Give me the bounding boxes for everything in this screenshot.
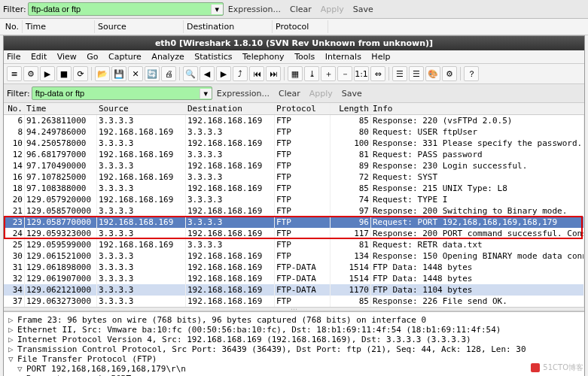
reload-icon[interactable]: 🔄: [145, 66, 160, 81]
auto-scroll-icon[interactable]: ⤓: [304, 66, 319, 81]
packet-row[interactable]: 25129.059599000192.168.168.1693.3.3.3FTP…: [4, 239, 584, 250]
expression-button[interactable]: Expression...: [228, 5, 281, 14]
col-destination[interactable]: Destination: [186, 103, 275, 114]
col-no[interactable]: No.: [4, 103, 25, 114]
collapse-icon[interactable]: ▽: [8, 354, 17, 364]
menu-edit[interactable]: Edit: [31, 52, 47, 62]
col-source[interactable]: Source: [97, 103, 186, 114]
apply-button[interactable]: Apply: [321, 5, 344, 14]
resize-columns-icon[interactable]: ⇔: [370, 66, 385, 81]
display-filter-field[interactable]: ▾: [32, 86, 212, 100]
packet-row[interactable]: 24129.0593230003.3.3.3192.168.168.169FTP…: [4, 228, 584, 239]
tree-ip[interactable]: ▷Internet Protocol Version 4, Src: 192.1…: [8, 335, 580, 344]
packet-row[interactable]: 1094.2505780003.3.3.3192.168.168.169FTP1…: [4, 138, 584, 149]
packet-row[interactable]: 23129.058770000192.168.168.1693.3.3.3FTP…: [4, 217, 584, 228]
col-source: Source: [95, 20, 184, 33]
start-capture-icon[interactable]: ▶: [40, 66, 55, 81]
expand-icon[interactable]: ▷: [8, 335, 17, 344]
filter-label: Filter:: [7, 89, 30, 99]
menu-internals[interactable]: Internals: [325, 52, 361, 62]
expression-button[interactable]: Expression...: [217, 89, 270, 99]
tree-ethernet[interactable]: ▷Ethernet II, Src: Vmware ba:10:fc (00:5…: [8, 325, 580, 335]
dropdown-icon[interactable]: ▾: [211, 5, 223, 14]
packet-row[interactable]: 32129.0619070003.3.3.3192.168.168.169FTP…: [4, 273, 584, 284]
collapse-icon[interactable]: ▽: [17, 364, 26, 374]
open-icon[interactable]: 📂: [95, 66, 110, 81]
restart-capture-icon[interactable]: ⟳: [73, 66, 88, 81]
clear-button[interactable]: Clear: [290, 5, 312, 14]
find-icon[interactable]: 🔍: [183, 66, 198, 81]
toolbar-separator: [179, 67, 180, 80]
expand-icon[interactable]: ▷: [8, 344, 17, 354]
go-back-icon[interactable]: ◀: [200, 66, 215, 81]
go-to-icon[interactable]: ⤴: [233, 66, 248, 81]
outer-filter-field[interactable]: ▾: [28, 2, 224, 16]
packet-list-body[interactable]: 691.2638110003.3.3.3192.168.168.169FTP85…: [4, 115, 584, 307]
save-icon[interactable]: 💾: [111, 66, 126, 81]
packet-row[interactable]: 894.249786000192.168.168.1693.3.3.3FTP80…: [4, 126, 584, 138]
menu-telephony[interactable]: Telephony: [242, 52, 285, 62]
tree-port-line[interactable]: ▽PORT 192,168,168,169,168,179\r\n: [8, 364, 580, 374]
packet-row[interactable]: 34129.0621210003.3.3.3192.168.168.169FTP…: [4, 284, 584, 296]
packet-details[interactable]: ▷Frame 23: 96 bytes on wire (768 bits), …: [4, 311, 584, 376]
col-time: Time: [23, 20, 95, 33]
packet-row[interactable]: 31129.0618980003.3.3.3192.168.168.169FTP…: [4, 262, 584, 273]
packet-row[interactable]: 20129.057920000192.168.168.1693.3.3.3FTP…: [4, 194, 584, 205]
packet-row[interactable]: 30129.0615210003.3.3.3192.168.168.169FTP…: [4, 250, 584, 262]
colorize-icon[interactable]: ▦: [288, 66, 303, 81]
capture-filters-icon[interactable]: ☰: [392, 66, 407, 81]
packet-row[interactable]: 691.2638110003.3.3.3192.168.168.169FTP85…: [4, 115, 584, 126]
menu-help[interactable]: Help: [371, 52, 390, 62]
zoom-reset-icon[interactable]: 1:1: [354, 66, 369, 81]
packet-row[interactable]: 1497.1704900003.3.3.3192.168.168.169FTP8…: [4, 160, 584, 171]
dropdown-icon[interactable]: ▾: [200, 89, 212, 99]
menu-go[interactable]: Go: [87, 52, 98, 62]
packet-list-header: No. Time Source Destination Protocol Len…: [4, 103, 584, 115]
menu-statistics[interactable]: Statistics: [194, 52, 232, 62]
col-info[interactable]: Info: [371, 103, 584, 114]
interfaces-icon[interactable]: ≡: [7, 66, 22, 81]
packet-row[interactable]: 21129.0585700003.3.3.3192.168.168.169FTP…: [4, 205, 584, 217]
zoom-in-icon[interactable]: ＋: [321, 66, 336, 81]
go-first-icon[interactable]: ⏮: [249, 66, 264, 81]
print-icon[interactable]: 🖨: [161, 66, 176, 81]
packet-row[interactable]: 1697.107825000192.168.168.1693.3.3.3FTP7…: [4, 171, 584, 183]
coloring-rules-icon[interactable]: 🎨: [425, 66, 440, 81]
col-length[interactable]: Length: [331, 103, 371, 114]
options-icon[interactable]: ⚙: [23, 66, 38, 81]
apply-button[interactable]: Apply: [309, 89, 333, 99]
outer-column-strip: No. Time Source Destination Protocol: [0, 19, 588, 35]
menu-file[interactable]: File: [7, 52, 20, 62]
save-button[interactable]: Save: [353, 5, 373, 14]
tree-frame[interactable]: ▷Frame 23: 96 bytes on wire (768 bits), …: [8, 315, 580, 325]
display-filter-input[interactable]: [32, 87, 200, 99]
packet-row[interactable]: 1897.1083880003.3.3.3192.168.168.169FTP8…: [4, 183, 584, 194]
menu-analyze[interactable]: Analyze: [151, 52, 184, 62]
go-forward-icon[interactable]: ▶: [216, 66, 231, 81]
wireshark-window: eth0 [Wireshark 1.8.10 (SVN Rev Unknown …: [3, 35, 585, 376]
close-icon[interactable]: ✕: [128, 66, 143, 81]
tree-ftp[interactable]: ▽File Transfer Protocol (FTP): [8, 354, 580, 364]
expand-icon[interactable]: ▷: [8, 315, 17, 325]
help-icon[interactable]: ？: [464, 66, 479, 81]
preferences-icon[interactable]: ⚙: [442, 66, 457, 81]
packet-list: No. Time Source Destination Protocol Len…: [4, 103, 584, 307]
go-last-icon[interactable]: ⏭: [266, 66, 281, 81]
expand-icon[interactable]: ▷: [8, 325, 17, 335]
packet-row[interactable]: 37129.0632730003.3.3.3192.168.168.169FTP…: [4, 296, 584, 307]
col-no: No.: [2, 20, 23, 33]
outer-filter-input[interactable]: [29, 3, 211, 15]
clear-button[interactable]: Clear: [279, 89, 300, 99]
col-time[interactable]: Time: [25, 103, 97, 114]
menu-capture[interactable]: Capture: [108, 52, 142, 62]
packet-row[interactable]: 1296.681797000192.168.168.1693.3.3.3FTP8…: [4, 149, 584, 160]
col-protocol[interactable]: Protocol: [275, 103, 331, 114]
display-filters-icon[interactable]: ☰: [409, 66, 424, 81]
stop-capture-icon[interactable]: ■: [56, 66, 72, 81]
menu-tools[interactable]: Tools: [294, 52, 315, 62]
tree-tcp[interactable]: ▷Transmission Control Protocol, Src Port…: [8, 344, 580, 354]
outer-filter-bar: Filter: ▾ Expression... Clear Apply Save: [0, 0, 588, 19]
menu-view[interactable]: View: [57, 52, 77, 62]
save-button[interactable]: Save: [342, 89, 362, 99]
zoom-out-icon[interactable]: －: [337, 66, 352, 81]
